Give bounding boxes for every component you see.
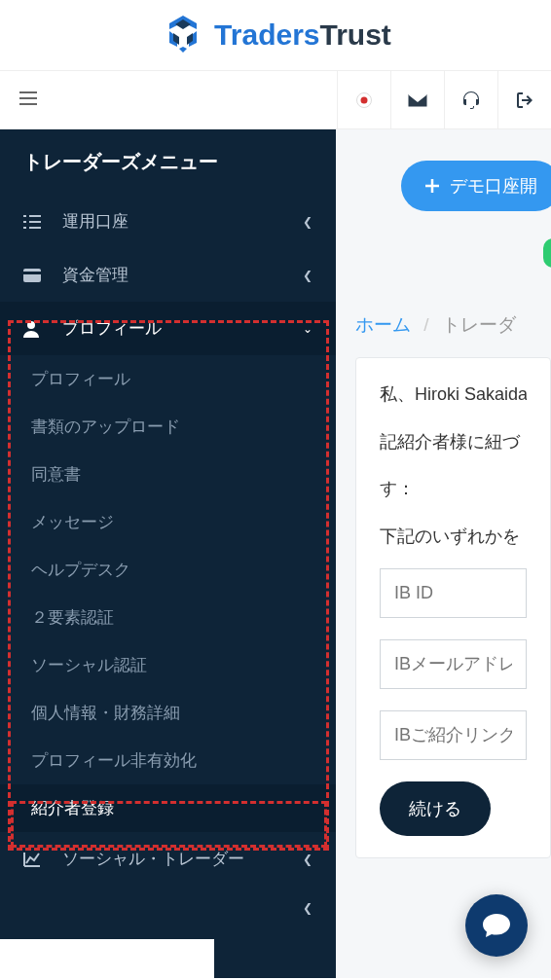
demo-account-button[interactable]: デモ口座開 bbox=[401, 161, 551, 211]
topbar bbox=[0, 71, 551, 129]
sidebar-item-more[interactable]: ❮ bbox=[0, 886, 336, 944]
logo-text: TradersTrust bbox=[214, 18, 391, 52]
sidebar-item-accounts[interactable]: 運用口座 ❮ bbox=[0, 195, 336, 248]
header-logo: TradersTrust bbox=[0, 0, 551, 71]
wallet-icon bbox=[23, 269, 47, 282]
ib-link-input[interactable] bbox=[380, 710, 527, 760]
breadcrumb: ホーム / トレーダ bbox=[336, 312, 551, 338]
submenu-item-personal-financial[interactable]: 個人情報・財務詳細 bbox=[0, 689, 336, 737]
sidebar-item-funds[interactable]: 資金管理 ❮ bbox=[0, 248, 336, 302]
breadcrumb-current: トレーダ bbox=[442, 314, 516, 335]
chevron-left-icon: ❮ bbox=[303, 269, 312, 282]
sidebar: トレーダーズメニュー 運用口座 ❮ 資金管理 ❮ プロフィール ⌄ プロフィール… bbox=[0, 129, 336, 978]
submenu-item-messages[interactable]: メッセージ bbox=[0, 498, 336, 546]
svg-rect-1 bbox=[23, 272, 41, 274]
sidebar-item-profile[interactable]: プロフィール ⌄ bbox=[0, 302, 336, 355]
referrer-form-card: 私、Hiroki Sakaida 記紹介者様に紐づ す： 下記のいずれかを 続け… bbox=[355, 357, 551, 858]
submenu-item-2fa[interactable]: ２要素認証 bbox=[0, 594, 336, 641]
submenu-item-helpdesk[interactable]: ヘルプデスク bbox=[0, 546, 336, 594]
logout-icon[interactable] bbox=[497, 71, 551, 129]
ib-id-input[interactable] bbox=[380, 568, 527, 618]
topbar-right bbox=[337, 71, 551, 128]
card-text-2: 記紹介者様に紐づ bbox=[380, 427, 527, 457]
svg-point-2 bbox=[27, 321, 35, 329]
headset-icon[interactable] bbox=[444, 71, 497, 129]
bottom-cutout bbox=[0, 939, 214, 978]
chat-bubble-button[interactable] bbox=[465, 894, 528, 957]
sidebar-item-label: 資金管理 bbox=[62, 264, 129, 286]
submenu-item-profile[interactable]: プロフィール bbox=[0, 355, 336, 403]
breadcrumb-separator: / bbox=[423, 314, 428, 335]
chevron-left-icon: ❮ bbox=[303, 901, 312, 915]
chevron-left-icon: ❮ bbox=[303, 853, 312, 866]
ib-email-input[interactable] bbox=[380, 639, 527, 689]
green-indicator[interactable] bbox=[543, 238, 551, 268]
submenu-item-referrer-register[interactable]: 紹介者登録 bbox=[0, 784, 336, 832]
breadcrumb-home[interactable]: ホーム bbox=[355, 314, 411, 335]
card-text-3: す： bbox=[380, 474, 527, 504]
flag-jp-icon bbox=[356, 92, 372, 108]
logo[interactable]: TradersTrust bbox=[160, 12, 391, 58]
card-text-4: 下記のいずれかを bbox=[380, 522, 527, 552]
list-icon bbox=[23, 215, 47, 229]
mail-icon[interactable] bbox=[390, 71, 444, 129]
sidebar-item-social-trader[interactable]: ソーシャル・トレーダー ❮ bbox=[0, 832, 336, 886]
continue-button[interactable]: 続ける bbox=[380, 781, 491, 836]
logo-icon bbox=[160, 12, 206, 58]
svg-rect-0 bbox=[23, 269, 41, 282]
sidebar-item-label: ソーシャル・トレーダー bbox=[62, 848, 244, 870]
submenu-item-deactivate[interactable]: プロフィール非有効化 bbox=[0, 737, 336, 784]
language-flag-jp[interactable] bbox=[337, 71, 390, 129]
sidebar-title: トレーダーズメニュー bbox=[0, 129, 336, 195]
user-icon bbox=[23, 320, 47, 338]
plus-icon bbox=[424, 178, 440, 194]
chart-icon bbox=[23, 852, 47, 867]
sidebar-item-label: 運用口座 bbox=[62, 210, 129, 233]
chevron-left-icon: ❮ bbox=[303, 215, 312, 229]
chat-icon bbox=[482, 912, 511, 939]
submenu-profile: プロフィール 書類のアップロード 同意書 メッセージ ヘルプデスク ２要素認証 … bbox=[0, 355, 336, 832]
hamburger-menu-icon[interactable] bbox=[0, 90, 56, 110]
submenu-item-social-auth[interactable]: ソーシャル認証 bbox=[0, 641, 336, 689]
card-text-1: 私、Hiroki Sakaida bbox=[380, 380, 527, 410]
chevron-down-icon: ⌄ bbox=[303, 322, 312, 336]
sidebar-item-label: プロフィール bbox=[62, 317, 162, 340]
submenu-item-consent[interactable]: 同意書 bbox=[0, 451, 336, 498]
main-content: デモ口座開 ホーム / トレーダ 私、Hiroki Sakaida 記紹介者様に… bbox=[336, 129, 551, 978]
submenu-item-upload-docs[interactable]: 書類のアップロード bbox=[0, 403, 336, 451]
